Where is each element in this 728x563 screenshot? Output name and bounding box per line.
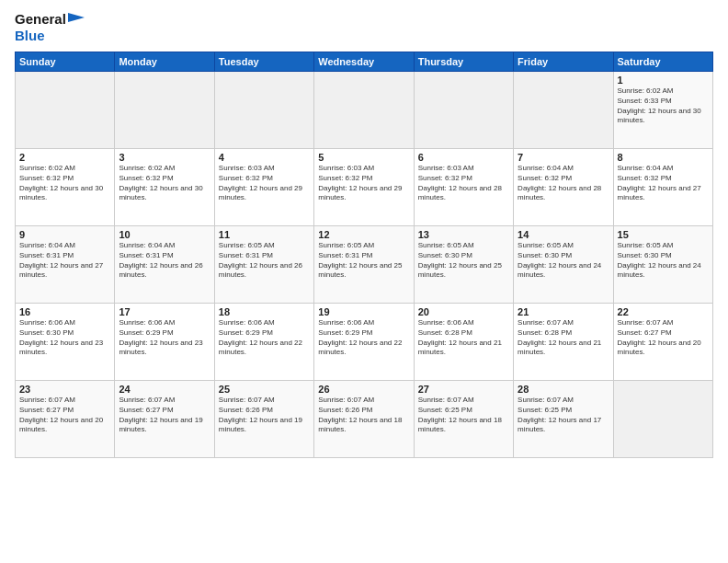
calendar-cell: 6Sunrise: 6:03 AM Sunset: 6:32 PM Daylig… xyxy=(414,149,513,226)
day-info: Sunrise: 6:07 AM Sunset: 6:27 PM Dayligh… xyxy=(618,318,709,358)
calendar-cell xyxy=(314,72,414,149)
day-info: Sunrise: 6:07 AM Sunset: 6:27 PM Dayligh… xyxy=(19,396,110,435)
calendar-cell: 27Sunrise: 6:07 AM Sunset: 6:25 PM Dayli… xyxy=(414,381,513,458)
day-info: Sunrise: 6:02 AM Sunset: 6:33 PM Dayligh… xyxy=(618,86,709,126)
header: General Blue xyxy=(15,11,713,44)
day-info: Sunrise: 6:05 AM Sunset: 6:31 PM Dayligh… xyxy=(318,241,409,281)
calendar-cell: 17Sunrise: 6:06 AM Sunset: 6:29 PM Dayli… xyxy=(115,304,214,381)
calendar-cell: 8Sunrise: 6:04 AM Sunset: 6:32 PM Daylig… xyxy=(613,149,712,226)
calendar-cell: 20Sunrise: 6:06 AM Sunset: 6:28 PM Dayli… xyxy=(414,304,513,381)
logo-flag-icon xyxy=(68,13,85,26)
day-number: 24 xyxy=(119,384,210,395)
calendar-cell: 15Sunrise: 6:05 AM Sunset: 6:30 PM Dayli… xyxy=(613,226,712,304)
day-info: Sunrise: 6:07 AM Sunset: 6:25 PM Dayligh… xyxy=(518,396,609,435)
day-info: Sunrise: 6:04 AM Sunset: 6:31 PM Dayligh… xyxy=(19,241,110,281)
day-number: 27 xyxy=(418,384,509,395)
day-info: Sunrise: 6:07 AM Sunset: 6:25 PM Dayligh… xyxy=(418,396,509,435)
day-number: 12 xyxy=(318,229,409,240)
day-info: Sunrise: 6:07 AM Sunset: 6:27 PM Dayligh… xyxy=(119,396,210,435)
day-info: Sunrise: 6:06 AM Sunset: 6:29 PM Dayligh… xyxy=(219,318,310,358)
day-info: Sunrise: 6:06 AM Sunset: 6:29 PM Dayligh… xyxy=(318,318,409,358)
calendar-cell: 25Sunrise: 6:07 AM Sunset: 6:26 PM Dayli… xyxy=(214,381,313,458)
day-number: 25 xyxy=(219,384,310,395)
calendar-cell: 2Sunrise: 6:02 AM Sunset: 6:32 PM Daylig… xyxy=(16,149,115,226)
page: General Blue SundayMondayTuesdayWednesda… xyxy=(0,0,728,563)
calendar-cell: 5Sunrise: 6:03 AM Sunset: 6:32 PM Daylig… xyxy=(314,149,414,226)
calendar-cell: 26Sunrise: 6:07 AM Sunset: 6:26 PM Dayli… xyxy=(314,381,414,458)
weekday-header-saturday: Saturday xyxy=(613,52,712,72)
calendar-cell: 19Sunrise: 6:06 AM Sunset: 6:29 PM Dayli… xyxy=(314,304,414,381)
weekday-row: SundayMondayTuesdayWednesdayThursdayFrid… xyxy=(16,52,713,72)
calendar-week-4: 23Sunrise: 6:07 AM Sunset: 6:27 PM Dayli… xyxy=(16,381,713,458)
weekday-header-friday: Friday xyxy=(514,52,613,72)
calendar-cell: 21Sunrise: 6:07 AM Sunset: 6:28 PM Dayli… xyxy=(514,304,613,381)
calendar-cell: 13Sunrise: 6:05 AM Sunset: 6:30 PM Dayli… xyxy=(414,226,513,304)
calendar-cell: 10Sunrise: 6:04 AM Sunset: 6:31 PM Dayli… xyxy=(115,226,214,304)
logo-general: General xyxy=(15,11,66,28)
day-number: 1 xyxy=(618,75,709,86)
day-number: 7 xyxy=(518,152,609,163)
day-number: 28 xyxy=(518,384,609,395)
calendar-cell xyxy=(16,72,115,149)
day-number: 14 xyxy=(518,229,609,240)
calendar-cell: 4Sunrise: 6:03 AM Sunset: 6:32 PM Daylig… xyxy=(214,149,313,226)
calendar-cell xyxy=(613,381,712,458)
calendar-cell: 23Sunrise: 6:07 AM Sunset: 6:27 PM Dayli… xyxy=(16,381,115,458)
day-info: Sunrise: 6:07 AM Sunset: 6:26 PM Dayligh… xyxy=(219,396,310,435)
day-info: Sunrise: 6:06 AM Sunset: 6:30 PM Dayligh… xyxy=(19,318,110,358)
day-number: 26 xyxy=(318,384,409,395)
day-number: 16 xyxy=(19,306,110,317)
logo-blue: Blue xyxy=(15,28,85,44)
day-info: Sunrise: 6:05 AM Sunset: 6:31 PM Dayligh… xyxy=(219,241,310,281)
calendar-cell: 7Sunrise: 6:04 AM Sunset: 6:32 PM Daylig… xyxy=(514,149,613,226)
day-number: 13 xyxy=(418,229,509,240)
calendar-cell: 18Sunrise: 6:06 AM Sunset: 6:29 PM Dayli… xyxy=(214,304,313,381)
day-info: Sunrise: 6:03 AM Sunset: 6:32 PM Dayligh… xyxy=(219,164,310,203)
day-number: 18 xyxy=(219,306,310,317)
calendar-cell xyxy=(214,72,313,149)
weekday-header-monday: Monday xyxy=(115,52,214,72)
day-info: Sunrise: 6:07 AM Sunset: 6:26 PM Dayligh… xyxy=(318,396,409,435)
day-number: 21 xyxy=(518,306,609,317)
logo: General Blue xyxy=(15,11,85,44)
day-number: 11 xyxy=(219,229,310,240)
day-info: Sunrise: 6:05 AM Sunset: 6:30 PM Dayligh… xyxy=(518,241,609,281)
calendar-cell: 14Sunrise: 6:05 AM Sunset: 6:30 PM Dayli… xyxy=(514,226,613,304)
day-number: 20 xyxy=(418,306,509,317)
weekday-header-tuesday: Tuesday xyxy=(214,52,313,72)
day-info: Sunrise: 6:03 AM Sunset: 6:32 PM Dayligh… xyxy=(318,164,409,203)
calendar-cell: 12Sunrise: 6:05 AM Sunset: 6:31 PM Dayli… xyxy=(314,226,414,304)
day-number: 10 xyxy=(119,229,210,240)
calendar-header: SundayMondayTuesdayWednesdayThursdayFrid… xyxy=(16,52,713,72)
calendar-week-3: 16Sunrise: 6:06 AM Sunset: 6:30 PM Dayli… xyxy=(16,304,713,381)
calendar-week-1: 2Sunrise: 6:02 AM Sunset: 6:32 PM Daylig… xyxy=(16,149,713,226)
day-number: 6 xyxy=(418,152,509,163)
day-info: Sunrise: 6:05 AM Sunset: 6:30 PM Dayligh… xyxy=(618,241,709,281)
calendar-cell: 24Sunrise: 6:07 AM Sunset: 6:27 PM Dayli… xyxy=(115,381,214,458)
day-info: Sunrise: 6:02 AM Sunset: 6:32 PM Dayligh… xyxy=(119,164,210,203)
calendar-body: 1Sunrise: 6:02 AM Sunset: 6:33 PM Daylig… xyxy=(16,72,713,458)
day-info: Sunrise: 6:04 AM Sunset: 6:32 PM Dayligh… xyxy=(518,164,609,203)
day-info: Sunrise: 6:06 AM Sunset: 6:29 PM Dayligh… xyxy=(119,318,210,358)
svg-marker-0 xyxy=(68,13,85,22)
day-number: 9 xyxy=(19,229,110,240)
day-number: 23 xyxy=(19,384,110,395)
day-number: 2 xyxy=(19,152,110,163)
calendar-week-0: 1Sunrise: 6:02 AM Sunset: 6:33 PM Daylig… xyxy=(16,72,713,149)
day-number: 5 xyxy=(318,152,409,163)
day-info: Sunrise: 6:02 AM Sunset: 6:32 PM Dayligh… xyxy=(19,164,110,203)
calendar-table: SundayMondayTuesdayWednesdayThursdayFrid… xyxy=(15,52,713,458)
day-info: Sunrise: 6:04 AM Sunset: 6:31 PM Dayligh… xyxy=(119,241,210,281)
day-info: Sunrise: 6:06 AM Sunset: 6:28 PM Dayligh… xyxy=(418,318,509,358)
day-number: 3 xyxy=(119,152,210,163)
calendar-cell xyxy=(414,72,513,149)
day-number: 8 xyxy=(618,152,709,163)
day-info: Sunrise: 6:07 AM Sunset: 6:28 PM Dayligh… xyxy=(518,318,609,358)
day-number: 19 xyxy=(318,306,409,317)
day-info: Sunrise: 6:03 AM Sunset: 6:32 PM Dayligh… xyxy=(418,164,509,203)
weekday-header-thursday: Thursday xyxy=(414,52,513,72)
calendar-cell xyxy=(115,72,214,149)
day-number: 17 xyxy=(119,306,210,317)
day-number: 15 xyxy=(618,229,709,240)
day-info: Sunrise: 6:05 AM Sunset: 6:30 PM Dayligh… xyxy=(418,241,509,281)
